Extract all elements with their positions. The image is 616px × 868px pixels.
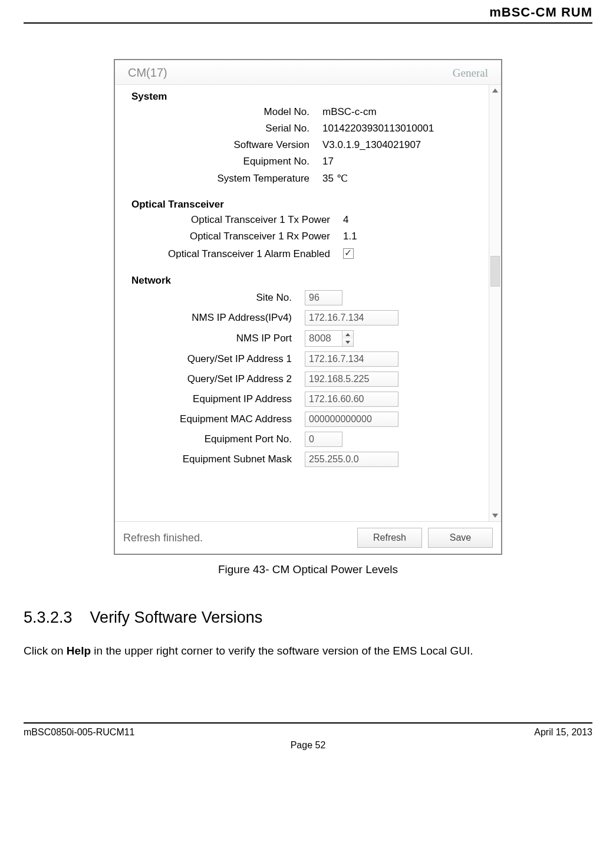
checkbox-opt-alarm[interactable]	[343, 248, 354, 259]
section-title: Verify Software Versions	[90, 609, 263, 626]
value-opt-rx-power: 1.1	[343, 231, 489, 242]
section-optical: Optical Transceiver	[115, 195, 489, 212]
body-text-prefix: Click on	[24, 645, 67, 657]
body-text-bold: Help	[67, 645, 91, 657]
scroll-down-icon[interactable]	[492, 514, 498, 518]
footer-left: mBSC0850i-005-RUCM11	[24, 727, 135, 738]
label-subnet-mask: Equipment Subnet Mask	[115, 453, 305, 465]
value-nms-port[interactable]: 8008	[305, 331, 342, 346]
value-equipment-no: 17	[322, 156, 489, 167]
input-subnet-mask[interactable]	[305, 452, 398, 467]
label-opt-alarm-enabled: Optical Transceiver 1 Alarm Enabled	[115, 248, 343, 260]
spinner-nms-port[interactable]: 8008	[305, 330, 354, 347]
label-query-ip-2: Query/Set IP Address 2	[115, 373, 305, 385]
status-text: Refresh finished.	[123, 532, 351, 544]
input-equipment-port[interactable]	[305, 432, 342, 447]
input-query-ip-1[interactable]	[305, 351, 398, 367]
label-system-temperature: System Temperature	[115, 173, 322, 185]
label-serial-no: Serial No.	[115, 123, 322, 134]
spinner-up-icon[interactable]	[342, 331, 353, 338]
label-site-no: Site No.	[115, 292, 305, 304]
input-equipment-ip[interactable]	[305, 392, 398, 407]
label-equipment-mac: Equipment MAC Address	[115, 413, 305, 425]
input-query-ip-2[interactable]	[305, 371, 398, 387]
body-paragraph: Click on Help in the upper right corner …	[24, 645, 592, 657]
section-network: Network	[115, 271, 489, 288]
value-model-no: mBSC-c-cm	[322, 106, 489, 118]
label-nms-ip: NMS IP Address(IPv4)	[115, 312, 305, 324]
section-system: System	[115, 87, 489, 104]
figure-caption: Figure 43- CM Optical Power Levels	[24, 563, 592, 576]
spinner-down-icon[interactable]	[342, 338, 353, 346]
scroll-thumb[interactable]	[490, 256, 500, 287]
value-opt-tx-power: 4	[343, 214, 489, 226]
panel-title-bar: CM(17) General	[115, 60, 501, 85]
label-model-no: Model No.	[115, 106, 322, 118]
input-site-no[interactable]	[305, 290, 342, 305]
section-heading: 5.3.2.3 Verify Software Versions	[24, 609, 592, 627]
label-nms-port: NMS IP Port	[115, 333, 305, 344]
refresh-button[interactable]: Refresh	[357, 528, 422, 548]
footer-right: April 15, 2013	[534, 727, 592, 738]
label-equipment-port: Equipment Port No.	[115, 433, 305, 445]
value-system-temperature: 35 ℃	[322, 172, 489, 185]
settings-panel: CM(17) General System Model No.mBSC-c-cm…	[114, 59, 502, 555]
label-opt-rx-power: Optical Transceiver 1 Rx Power	[115, 231, 343, 242]
label-opt-tx-power: Optical Transceiver 1 Tx Power	[115, 214, 343, 226]
input-nms-ip[interactable]	[305, 310, 398, 326]
value-serial-no: 10142203930113010001	[322, 123, 489, 134]
section-number: 5.3.2.3	[24, 609, 73, 626]
body-text-suffix: in the upper right corner to verify the …	[91, 645, 473, 657]
panel-title: CM(17)	[128, 66, 167, 80]
input-equipment-mac[interactable]	[305, 412, 398, 427]
label-equipment-no: Equipment No.	[115, 156, 322, 167]
label-software-version: Software Version	[115, 139, 322, 151]
value-software-version: V3.0.1.9_1304021907	[322, 139, 489, 151]
save-button[interactable]: Save	[428, 528, 493, 548]
label-equipment-ip: Equipment IP Address	[115, 393, 305, 405]
document-footer: mBSC0850i-005-RUCM11 April 15, 2013 Page…	[24, 722, 592, 757]
scroll-up-icon[interactable]	[492, 88, 498, 93]
scrollbar[interactable]	[489, 85, 501, 521]
label-query-ip-1: Query/Set IP Address 1	[115, 353, 305, 365]
tab-general[interactable]: General	[453, 67, 488, 80]
document-header: mBSC-CM RUM	[24, 0, 592, 24]
